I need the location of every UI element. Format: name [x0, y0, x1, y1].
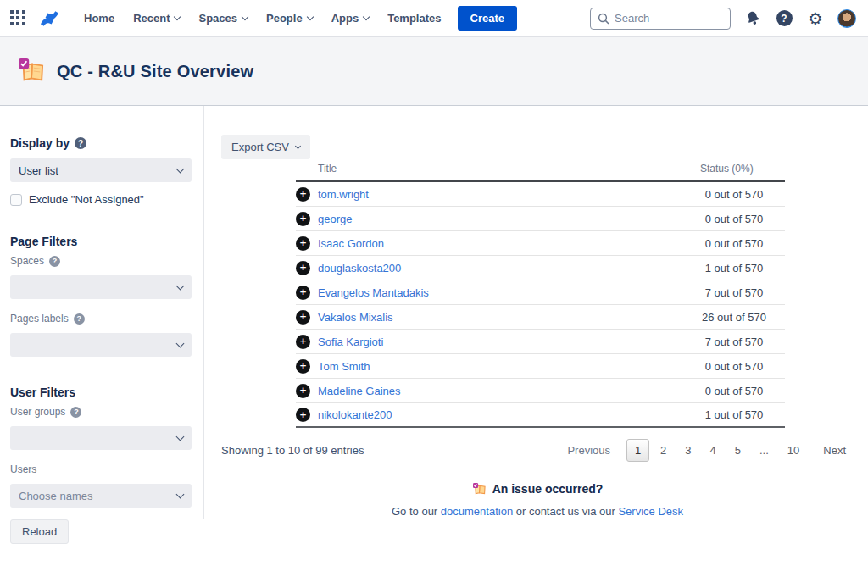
expand-plus-icon[interactable] — [296, 384, 310, 398]
user-groups-label: User groups — [10, 406, 65, 418]
nav-item-label: People — [266, 12, 303, 25]
help-icon[interactable] — [49, 256, 60, 267]
expand-plus-icon[interactable] — [296, 286, 310, 300]
nav-item-label: Recent — [133, 12, 170, 25]
search-box[interactable] — [590, 8, 731, 30]
status-value: 1 out of 570 — [683, 408, 785, 421]
user-link[interactable]: Sofia Kargioti — [318, 336, 383, 348]
expand-plus-icon[interactable] — [296, 359, 310, 374]
column-header-title[interactable]: Title — [296, 163, 683, 175]
showing-entries-text: Showing 1 to 10 of 99 entries — [221, 444, 364, 457]
user-table: Title Status (0%) tom.wright 0 out of 57… — [296, 163, 785, 428]
issue-help-line: Go to our documentation or contact us vi… — [221, 505, 854, 518]
nav-item-label: Home — [84, 12, 114, 25]
table-row: nikolokante200 1 out of 570 — [296, 403, 785, 428]
expand-plus-icon[interactable] — [296, 212, 310, 226]
help-icon[interactable] — [75, 137, 86, 149]
expand-plus-icon[interactable] — [296, 335, 310, 349]
spaces-label: Spaces — [10, 255, 44, 267]
chevron-down-icon — [176, 165, 185, 174]
expand-plus-icon[interactable] — [296, 261, 310, 275]
page-button-current[interactable]: 1 — [626, 439, 649, 462]
chevron-down-icon — [176, 282, 185, 291]
page: Home Recent Spaces People Apps Templates… — [0, 0, 868, 588]
user-link[interactable]: tom.wright — [318, 188, 369, 201]
nav-item-label: Apps — [331, 12, 359, 25]
table-row: Tom Smith 0 out of 570 — [296, 354, 785, 379]
nav-item-recent[interactable]: Recent — [124, 7, 189, 30]
service-desk-link[interactable]: Service Desk — [618, 505, 683, 518]
column-header-status[interactable]: Status (0%) — [683, 163, 785, 175]
expand-plus-icon[interactable] — [296, 310, 310, 325]
expand-plus-icon[interactable] — [296, 408, 310, 422]
reload-button[interactable]: Reload — [10, 519, 69, 544]
pages-labels-select[interactable] — [10, 333, 192, 357]
chevron-down-icon — [242, 14, 248, 20]
nav-item-home[interactable]: Home — [75, 7, 124, 30]
create-button[interactable]: Create — [458, 6, 517, 31]
user-link[interactable]: george — [318, 213, 352, 225]
user-avatar[interactable] — [837, 9, 856, 28]
user-link[interactable]: nikolokante200 — [318, 408, 392, 421]
chevron-down-icon — [295, 142, 301, 148]
nav-item-people[interactable]: People — [257, 7, 322, 30]
confluence-logo-icon[interactable] — [38, 9, 61, 28]
pager: Previous 1 2 3 4 5 ... 10 Next — [559, 439, 854, 462]
chevron-down-icon — [174, 14, 181, 20]
main-panel: Export CSV Title Status (0%) tom.wright … — [204, 106, 868, 518]
table-row: Vakalos Mixalis 26 out of 570 — [296, 305, 785, 330]
table-row: george 0 out of 570 — [296, 207, 785, 231]
nav-item-label: Templates — [387, 12, 441, 25]
users-select[interactable]: Choose names — [10, 484, 192, 508]
help-icon[interactable] — [74, 313, 85, 325]
chevron-down-icon — [363, 14, 370, 20]
page-button[interactable]: 4 — [702, 440, 723, 461]
status-value: 1 out of 570 — [683, 262, 785, 275]
user-link[interactable]: Tom Smith — [318, 360, 370, 373]
export-csv-button[interactable]: Export CSV — [221, 135, 310, 159]
status-value: 0 out of 570 — [683, 360, 785, 373]
user-groups-label-row: User groups — [10, 406, 192, 418]
table-header: Title Status (0%) — [296, 163, 785, 182]
nav-item-templates[interactable]: Templates — [378, 7, 450, 30]
app-switcher-icon[interactable] — [10, 10, 26, 26]
previous-button[interactable]: Previous — [559, 440, 618, 461]
page-button[interactable]: 5 — [727, 440, 748, 461]
page-filters-heading: Page Filters — [10, 235, 192, 248]
nav-item-label: Spaces — [198, 12, 237, 25]
user-link[interactable]: douglaskosta200 — [318, 262, 401, 275]
users-placeholder: Choose names — [19, 490, 92, 502]
user-link[interactable]: Vakalos Mixalis — [318, 311, 393, 324]
display-by-select[interactable]: User list — [10, 158, 192, 182]
pages-labels-label-row: Pages labels — [10, 313, 192, 325]
page-button[interactable]: 3 — [677, 440, 698, 461]
page-button[interactable]: 10 — [780, 440, 807, 461]
display-by-label: Display by — [10, 136, 70, 150]
spaces-select[interactable] — [10, 275, 192, 299]
expand-plus-icon[interactable] — [296, 187, 310, 202]
help-icon[interactable] — [775, 9, 793, 28]
page-ellipsis: ... — [752, 440, 776, 461]
next-button[interactable]: Next — [815, 440, 854, 461]
page-button[interactable]: 2 — [653, 440, 674, 461]
exclude-not-assigned-label: Exclude "Not Assigned" — [29, 193, 144, 206]
search-input[interactable] — [615, 12, 716, 25]
documentation-link[interactable]: documentation — [441, 505, 513, 518]
user-link[interactable]: Isaac Gordon — [318, 237, 384, 250]
table-row: douglaskosta200 1 out of 570 — [296, 256, 785, 280]
status-value: 26 out of 570 — [683, 311, 785, 324]
user-link[interactable]: Madeline Gaines — [318, 385, 401, 397]
page-header: QC - R&U Site Overview — [0, 37, 868, 106]
nav-item-apps[interactable]: Apps — [322, 7, 379, 30]
notifications-bell-icon[interactable] — [743, 9, 762, 28]
display-by-heading: Display by — [10, 136, 192, 150]
page-title: QC - R&U Site Overview — [57, 62, 253, 81]
table-row: Madeline Gaines 0 out of 570 — [296, 379, 785, 403]
user-link[interactable]: Evangelos Mantadakis — [318, 286, 429, 299]
nav-item-spaces[interactable]: Spaces — [189, 7, 257, 30]
exclude-not-assigned-checkbox[interactable] — [10, 194, 22, 206]
settings-gear-icon[interactable] — [806, 9, 825, 28]
expand-plus-icon[interactable] — [296, 236, 310, 251]
user-groups-select[interactable] — [10, 426, 192, 450]
help-icon[interactable] — [70, 407, 81, 418]
